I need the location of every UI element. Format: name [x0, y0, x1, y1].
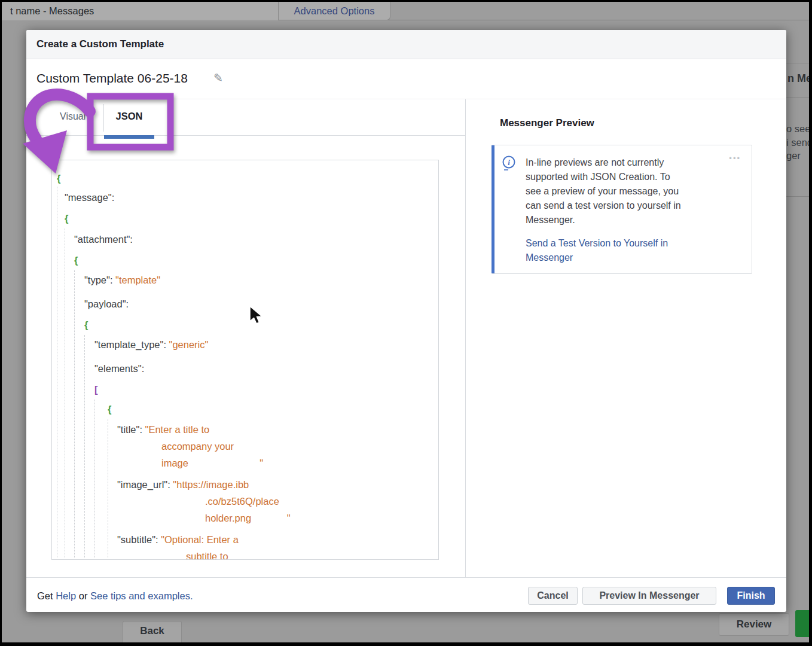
template-name: Custom Template 06-25-18	[36, 71, 188, 86]
code-line: "subtitle": "Optional: Enter a	[117, 531, 239, 548]
json-editor[interactable]: {"message":{"attachment":{"type": "templ…	[51, 160, 439, 560]
active-tab-underline	[104, 135, 154, 139]
code-line: "title": "Enter a title to	[117, 421, 209, 438]
code-line: holder.png "	[205, 510, 291, 526]
frame-border	[0, 0, 812, 2]
background-text-fragments: o seei sendger	[786, 122, 809, 163]
code-line: "type": "template"	[84, 272, 160, 288]
screenshot-canvas: t name - Messages Advanced Options Back …	[0, 0, 812, 646]
divider	[786, 196, 809, 197]
svg-text:i: i	[508, 158, 510, 167]
back-label: Back	[140, 625, 164, 637]
finish-button[interactable]: Finish	[727, 587, 775, 605]
back-button[interactable]: Back	[123, 621, 182, 645]
code-line: {	[84, 316, 88, 333]
advanced-options-label: Advanced Options	[294, 5, 375, 17]
footer-get-text: Get	[37, 590, 56, 601]
code-line: subtitle to	[186, 548, 228, 560]
footer-or-text: or	[76, 590, 90, 601]
frame-border	[0, 642, 812, 646]
footer-divider	[26, 577, 786, 578]
background-title: t name - Messages	[10, 5, 94, 17]
create-custom-template-modal: Create a Custom Template Custom Template…	[26, 30, 786, 612]
cancel-label: Cancel	[537, 590, 568, 601]
modal-title: Create a Custom Template	[36, 38, 164, 50]
template-name-row: Custom Template 06-25-18 ✎	[26, 59, 786, 99]
code-line: {	[74, 252, 78, 269]
help-link[interactable]: Help	[56, 590, 76, 601]
messenger-preview-title: Messenger Preview	[500, 117, 594, 129]
code-line: {	[65, 210, 68, 227]
background-toolbar: t name - Messages Advanced Options	[2, 2, 809, 20]
divider	[786, 97, 809, 98]
background-heading-fragment: n Me	[787, 72, 809, 85]
code-line: {	[57, 170, 60, 187]
code-line: "attachment":	[74, 231, 133, 248]
preview-info-card: i ••• In-line previews are not currently…	[492, 145, 752, 274]
code-line: .co/bz5t6Q/place	[205, 493, 279, 510]
review-label: Review	[737, 618, 772, 630]
indent-guide	[94, 400, 95, 557]
code-line: "payload":	[84, 295, 129, 312]
cancel-button[interactable]: Cancel	[528, 587, 578, 605]
finish-label: Finish	[737, 590, 765, 601]
pane-divider	[465, 99, 466, 577]
preview-in-messenger-label: Preview In Messenger	[599, 590, 699, 601]
code-line: "message":	[65, 189, 114, 206]
indent-guide	[57, 187, 57, 557]
tips-link[interactable]: See tips and examples.	[90, 590, 193, 601]
info-icon: i	[502, 156, 517, 172]
frame-border	[0, 0, 2, 646]
info-text: In-line previews are not currentlysuppor…	[526, 156, 729, 227]
indent-guide	[84, 335, 85, 557]
frame-border	[809, 0, 812, 646]
code-line: accompany your	[161, 438, 234, 455]
send-test-version-link[interactable]: Send a Test Version to Yourself inMessen…	[526, 236, 668, 265]
divider	[786, 63, 809, 63]
tab-visual[interactable]: Visual	[60, 111, 86, 122]
edit-pencil-icon[interactable]: ✎	[213, 71, 223, 85]
background-title-field: t name - Messages	[2, 2, 279, 20]
code-line: [	[94, 381, 98, 398]
tab-separator	[103, 104, 104, 132]
info-accent-bar	[492, 145, 494, 273]
code-line: image "	[161, 455, 263, 471]
preview-in-messenger-button[interactable]: Preview In Messenger	[582, 587, 716, 605]
footer-help-text: Get Help or See tips and examples.	[37, 590, 193, 602]
indent-guide	[74, 270, 75, 557]
indent-guide	[65, 228, 65, 557]
code-line: {	[108, 401, 111, 418]
modal-header: Create a Custom Template	[26, 30, 786, 59]
code-line: "elements":	[94, 360, 144, 377]
advanced-options-button[interactable]: Advanced Options	[279, 2, 390, 20]
tab-json[interactable]: JSON	[111, 111, 147, 122]
code-line: "image_url": "https://image.ibb	[117, 476, 249, 493]
editor-tab-bar: Visual JSON	[26, 99, 465, 136]
indent-guide	[108, 419, 108, 557]
background-right-fragment: n Me o seei sendger	[786, 22, 809, 644]
review-button[interactable]: Review	[719, 613, 789, 636]
code-line: "template_type": "generic"	[94, 336, 208, 353]
more-options-icon[interactable]: •••	[729, 154, 741, 163]
